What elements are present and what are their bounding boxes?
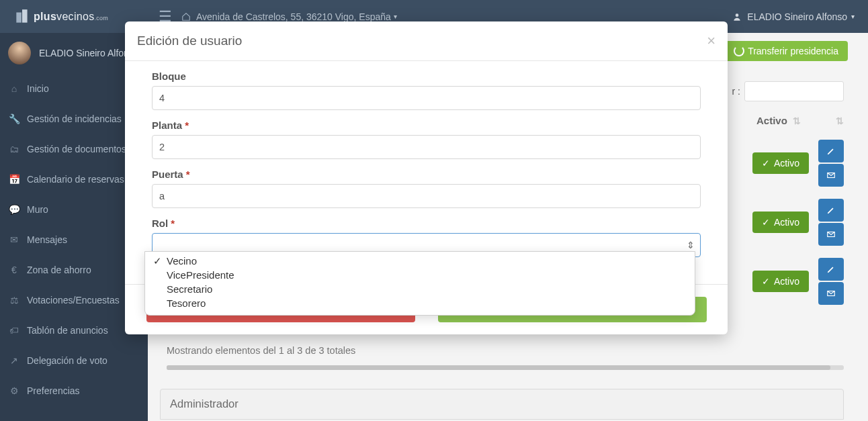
- dropdown-option-tesorero[interactable]: Tesorero: [145, 296, 695, 310]
- required-asterisk: *: [171, 218, 175, 229]
- modal-body: Bloque Planta * Puerta * Rol * ⇕: [125, 61, 728, 257]
- label-planta: Planta *: [152, 120, 701, 131]
- modal-title: Edición de usuario: [137, 34, 242, 48]
- input-planta[interactable]: [152, 135, 701, 159]
- check-icon: ✓: [153, 255, 167, 267]
- dropdown-option-vecino[interactable]: ✓Vecino: [145, 254, 695, 268]
- form-group-planta: Planta *: [152, 120, 701, 159]
- input-puerta[interactable]: [152, 184, 701, 208]
- select-stepper-icon: ⇕: [687, 240, 695, 250]
- input-bloque[interactable]: [152, 86, 701, 110]
- rol-dropdown: ✓Vecino VicePresidente Secretario Tesore…: [144, 251, 695, 316]
- form-group-puerta: Puerta *: [152, 169, 701, 208]
- label-puerta: Puerta *: [152, 169, 701, 180]
- required-asterisk: *: [185, 120, 189, 131]
- label-bloque: Bloque: [152, 71, 701, 82]
- close-icon[interactable]: ×: [707, 32, 715, 50]
- dropdown-option-vicepresidente[interactable]: VicePresidente: [145, 268, 695, 282]
- required-asterisk: *: [186, 169, 190, 180]
- label-rol: Rol *: [152, 218, 701, 229]
- dropdown-option-secretario[interactable]: Secretario: [145, 282, 695, 296]
- modal-header: Edición de usuario ×: [125, 21, 728, 61]
- form-group-bloque: Bloque: [152, 71, 701, 110]
